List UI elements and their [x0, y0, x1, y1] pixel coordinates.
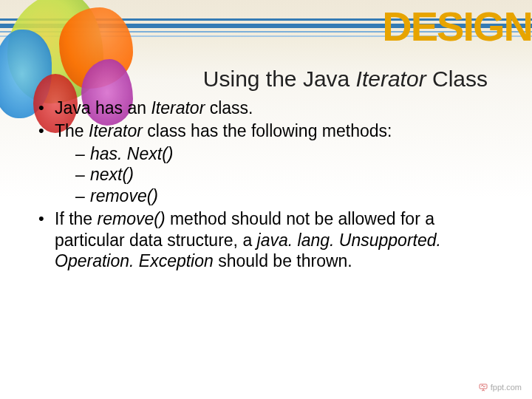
list-item: If the remove() method should not be all…: [37, 208, 502, 272]
title-suffix: Class: [426, 66, 488, 91]
text: class.: [205, 98, 253, 117]
presentation-icon: [479, 383, 488, 392]
slide: DESIGN Using the Java Iterator Class Jav…: [0, 0, 532, 399]
text: Java has an: [55, 98, 151, 117]
slide-title: Using the Java Iterator Class: [0, 66, 510, 92]
footer-text: fppt.com: [491, 383, 522, 392]
sub-list-item: remove(): [75, 185, 502, 207]
italic-text: remove(): [98, 209, 166, 228]
title-italic: Iterator: [356, 66, 426, 91]
italic-text: Iterator: [151, 98, 205, 117]
text: If the: [55, 209, 98, 228]
slide-body: Java has an Iterator class.The Iterator …: [37, 98, 502, 273]
sub-list: has. Next()next()remove(): [55, 143, 502, 207]
list-item: The Iterator class has the following met…: [37, 120, 502, 207]
sub-list-item: has. Next(): [75, 143, 502, 165]
footer: fppt.com: [479, 383, 522, 392]
text: should be thrown.: [214, 251, 352, 270]
title-prefix: Using the Java: [203, 66, 356, 91]
design-logo: DESIGN: [382, 6, 532, 47]
italic-text: remove(): [90, 186, 158, 205]
italic-text: next(): [90, 165, 134, 184]
list-item: Java has an Iterator class.: [37, 98, 502, 119]
text: class has the following methods:: [143, 121, 392, 140]
text: The: [55, 121, 89, 140]
italic-text: Iterator: [89, 121, 143, 140]
bullet-list: Java has an Iterator class.The Iterator …: [37, 98, 502, 272]
sub-list-item: next(): [75, 164, 502, 185]
italic-text: has. Next(): [90, 144, 173, 163]
